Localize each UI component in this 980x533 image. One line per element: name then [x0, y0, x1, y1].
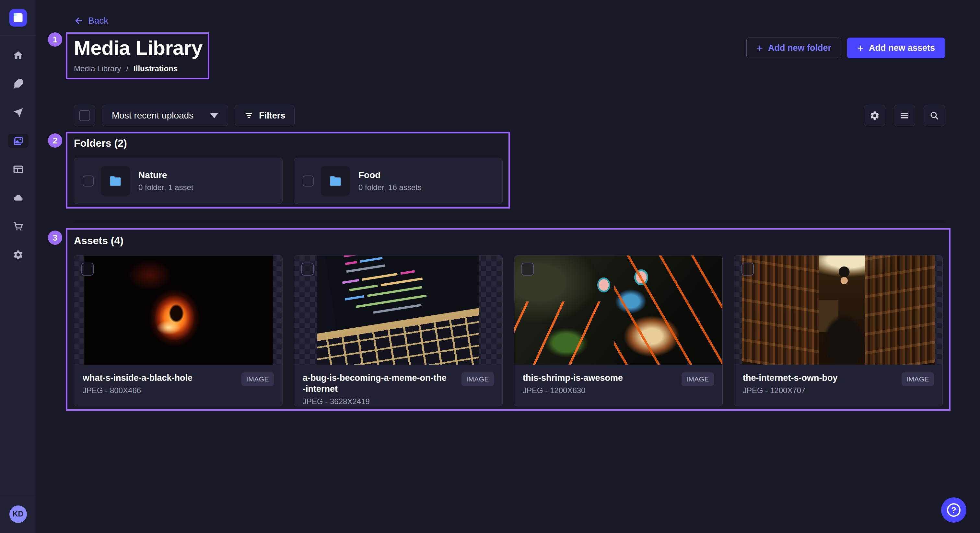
sort-dropdown[interactable]: Most recent uploads [102, 105, 228, 126]
sidebar-item-marketplace[interactable] [8, 219, 29, 233]
folder-tile [101, 167, 130, 195]
user-avatar[interactable]: KD [10, 506, 27, 523]
asset-checkbox[interactable] [81, 263, 94, 276]
folders-list: Nature 0 folder, 1 asset Food 0 folder, … [74, 158, 945, 204]
sort-value: Most recent uploads [112, 110, 194, 121]
add-folder-label: Add new folder [768, 43, 831, 53]
asset-checkbox[interactable] [522, 263, 534, 276]
cart-icon [13, 221, 24, 232]
asset-footer: the-internet-s-own-boy JPEG - 1200X707 I… [734, 365, 942, 395]
back-link[interactable]: Back [74, 16, 108, 26]
asset-meta: JPEG - 1200X630 [523, 386, 714, 395]
breadcrumb-parent[interactable]: Media Library [74, 64, 121, 73]
asset-type-badge: IMAGE [902, 373, 934, 386]
filter-icon [244, 111, 254, 121]
asset-thumbnail [74, 255, 282, 365]
asset-card-black-hole[interactable]: what-s-inside-a-black-hole JPEG - 800X46… [74, 255, 283, 406]
sidebar-header [0, 0, 36, 36]
list-view-button[interactable] [894, 105, 915, 126]
section-divider [74, 221, 945, 221]
chevron-down-icon [210, 113, 218, 118]
breadcrumb: Media Library / Illustrations [74, 64, 202, 73]
black-hole-image [84, 255, 273, 365]
sidebar-item-settings[interactable] [8, 248, 29, 262]
folder-card-nature[interactable]: Nature 0 folder, 1 asset [74, 158, 283, 204]
folders-heading: Folders (2) [74, 137, 945, 149]
mantis-shrimp-image [514, 255, 722, 365]
select-all-checkbox[interactable] [74, 105, 95, 126]
assets-grid: what-s-inside-a-black-hole JPEG - 800X46… [74, 255, 945, 406]
sidebar-nav [0, 36, 36, 262]
folder-meta: 0 folder, 1 asset [138, 183, 193, 192]
page-title: Media Library [74, 38, 202, 58]
folder-name: Nature [138, 170, 193, 180]
sidebar-item-media-library[interactable] [8, 134, 29, 148]
folder-name: Food [358, 170, 422, 180]
folder-card-food[interactable]: Food 0 folder, 16 assets [294, 158, 503, 204]
breadcrumb-current: Illustrations [134, 64, 178, 73]
header-actions: + Add new folder + Add new assets [746, 38, 945, 58]
asset-meta: JPEG - 1200X707 [743, 386, 934, 395]
asset-type-badge: IMAGE [681, 373, 714, 386]
breadcrumb-separator: / [126, 64, 128, 73]
search-icon [929, 110, 940, 121]
asset-footer: this-shrimp-is-awesome JPEG - 1200X630 I… [514, 365, 722, 395]
list-icon [899, 110, 910, 121]
folder-icon [328, 174, 342, 188]
help-button[interactable]: ? [941, 497, 966, 523]
gear-icon [870, 110, 880, 121]
folder-icon [108, 174, 123, 188]
asset-checkbox[interactable] [741, 263, 754, 276]
strapi-logo-icon[interactable] [10, 9, 27, 27]
feather-icon [13, 78, 24, 89]
folder-info: Food 0 folder, 16 assets [358, 170, 422, 192]
folder-checkbox[interactable] [83, 176, 94, 187]
asset-card-shrimp[interactable]: this-shrimp-is-awesome JPEG - 1200X630 I… [514, 255, 723, 406]
assets-heading: Assets (4) [74, 235, 945, 247]
main-content: Back Media Library Media Library / Illus… [36, 0, 980, 533]
library-portrait-image [742, 255, 935, 365]
cloud-icon [13, 192, 24, 203]
search-button[interactable] [924, 105, 945, 126]
back-label: Back [88, 16, 108, 26]
gear-icon [13, 249, 24, 260]
paper-plane-icon [13, 107, 24, 118]
filters-button[interactable]: Filters [235, 105, 294, 126]
sidebar-item-deploy[interactable] [8, 191, 29, 205]
sidebar-footer: KD [0, 495, 36, 533]
asset-card-internets-own-boy[interactable]: the-internet-s-own-boy JPEG - 1200X707 I… [734, 255, 943, 406]
folder-checkbox[interactable] [303, 176, 314, 187]
asset-meta: JPEG - 800X466 [83, 386, 274, 395]
sidebar-item-releases[interactable] [8, 106, 29, 119]
media-library-icon [13, 135, 24, 146]
asset-thumbnail [294, 255, 502, 365]
code-laptop-image [317, 255, 479, 365]
question-mark-icon: ? [947, 503, 961, 517]
asset-type-badge: IMAGE [461, 373, 494, 386]
asset-type-badge: IMAGE [242, 373, 274, 386]
home-icon [13, 50, 24, 61]
sidebar-item-content-type-builder[interactable] [8, 163, 29, 176]
sidebar: KD [0, 0, 36, 533]
filters-label: Filters [259, 111, 285, 121]
asset-meta: JPEG - 3628X2419 [303, 397, 494, 406]
asset-footer: a-bug-is-becoming-a-meme-on-the-internet… [294, 365, 502, 406]
page-header: Media Library Media Library / Illustrati… [74, 38, 945, 73]
asset-thumbnail [734, 255, 942, 365]
asset-footer: what-s-inside-a-black-hole JPEG - 800X46… [74, 365, 282, 395]
checkbox [79, 110, 90, 121]
sidebar-item-home[interactable] [8, 49, 29, 62]
toolbar-right [864, 105, 945, 126]
asset-checkbox[interactable] [301, 263, 314, 276]
folder-info: Nature 0 folder, 1 asset [138, 170, 193, 192]
folder-meta: 0 folder, 16 assets [358, 183, 422, 192]
asset-thumbnail [514, 255, 722, 365]
add-new-assets-button[interactable]: + Add new assets [847, 38, 945, 58]
configure-view-button[interactable] [864, 105, 885, 126]
arrow-left-icon [74, 16, 84, 25]
add-new-folder-button[interactable]: + Add new folder [746, 38, 841, 58]
asset-card-bug-meme[interactable]: a-bug-is-becoming-a-meme-on-the-internet… [294, 255, 503, 406]
layout-icon [13, 164, 24, 175]
sidebar-item-content[interactable] [8, 77, 29, 90]
toolbar: Most recent uploads Filters [74, 105, 945, 126]
